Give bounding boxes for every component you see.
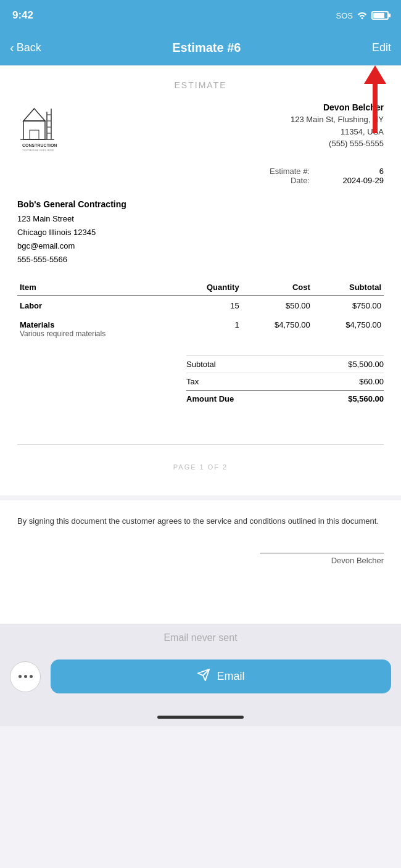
home-indicator	[0, 711, 401, 726]
sos-indicator: SOS	[336, 11, 353, 20]
document-page1: ESTIMATE CONSTRUCTION YOU TAGLINE GOES H…	[0, 65, 401, 495]
more-dots-icon	[19, 675, 33, 678]
back-label: Back	[17, 41, 41, 54]
item-name-cell: Labor	[17, 296, 176, 316]
email-status-bar: Email never sent	[0, 624, 401, 652]
company-logo: CONSTRUCTION YOU TAGLINE GOES HERE	[17, 102, 97, 154]
email-button[interactable]: Email	[51, 659, 391, 693]
edit-button[interactable]: Edit	[372, 41, 391, 54]
send-icon	[197, 668, 210, 685]
line-items-table: Item Quantity Cost Subtotal Labor 15 $50…	[17, 279, 384, 343]
document-page2: By signing this document the customer ag…	[0, 500, 401, 624]
estimate-meta: Estimate #: 6 Date: 2024-09-29	[17, 167, 384, 185]
client-info: Bob's General Contracting 123 Main Stree…	[17, 197, 384, 267]
back-button[interactable]: ‹ Back	[10, 41, 41, 55]
item-quantity-cell: 15	[176, 296, 241, 316]
subtotal-value: $5,500.00	[348, 360, 384, 369]
col-header-subtotal: Subtotal	[313, 279, 384, 296]
table-row: Materials Various required materials 1 $…	[17, 315, 384, 343]
col-header-quantity: Quantity	[176, 279, 241, 296]
signature-line	[260, 553, 384, 553]
svg-marker-1	[23, 109, 45, 121]
home-bar	[157, 716, 244, 719]
recipient-phone: (555) 555-5555	[291, 138, 384, 150]
totals-section: Subtotal $5,500.00 Tax $60.00 Amount Due…	[186, 355, 384, 407]
item-subtotal-cell: $4,750.00	[313, 315, 384, 343]
signature-name: Devon Belcher	[17, 556, 384, 565]
amount-due-value: $5,560.00	[348, 394, 384, 403]
bottom-actions: Email	[0, 652, 401, 711]
estimate-date-row: Date: 2024-09-29	[291, 176, 384, 185]
estimate-number-row: Estimate #: 6	[270, 167, 384, 176]
wifi-icon	[357, 10, 368, 21]
client-address2: Chicago Illinois 12345	[17, 226, 384, 239]
document-header: CONSTRUCTION YOU TAGLINE GOES HERE Devon…	[17, 102, 384, 154]
page-indicator: PAGE 1 OF 2	[17, 444, 384, 481]
email-button-label: Email	[217, 670, 244, 683]
col-header-item: Item	[17, 279, 176, 296]
nav-bar: ‹ Back Estimate #6 Edit	[0, 31, 401, 65]
estimate-number-label: Estimate #:	[270, 167, 310, 176]
client-phone: 555-555-5566	[17, 253, 384, 267]
amount-due-label: Amount Due	[186, 394, 234, 403]
back-chevron-icon: ‹	[10, 41, 14, 55]
tax-label: Tax	[186, 377, 199, 386]
client-address1: 123 Main Street	[17, 212, 384, 226]
svg-text:CONSTRUCTION: CONSTRUCTION	[22, 143, 57, 147]
signing-text: By signing this document the customer ag…	[17, 515, 384, 528]
status-icons: SOS	[336, 10, 389, 21]
subtotal-row: Subtotal $5,500.00	[186, 355, 384, 373]
tax-value: $60.00	[359, 377, 384, 386]
estimate-date-value: 2024-09-29	[334, 176, 384, 185]
item-cost-cell: $50.00	[242, 296, 313, 316]
item-quantity-cell: 1	[176, 315, 241, 343]
item-subtotal-cell: $750.00	[313, 296, 384, 316]
more-button[interactable]	[10, 661, 41, 692]
status-time: 9:42	[12, 9, 33, 22]
item-name-cell: Materials Various required materials	[17, 315, 176, 343]
col-header-cost: Cost	[242, 279, 313, 296]
estimate-title: ESTIMATE	[17, 80, 384, 90]
status-bar: 9:42 SOS	[0, 0, 401, 31]
svg-text:YOU TAGLINE GOES HERE: YOU TAGLINE GOES HERE	[22, 149, 54, 152]
table-row: Labor 15 $50.00 $750.00	[17, 296, 384, 316]
amount-due-row: Amount Due $5,560.00	[186, 390, 384, 407]
estimate-date-label: Date:	[291, 176, 310, 185]
item-cost-cell: $4,750.00	[242, 315, 313, 343]
battery-icon	[371, 11, 389, 20]
email-status-text: Email never sent	[163, 632, 237, 643]
subtotal-label: Subtotal	[186, 360, 216, 369]
estimate-number-value: 6	[334, 167, 384, 176]
tax-row: Tax $60.00	[186, 373, 384, 390]
svg-rect-2	[30, 130, 39, 139]
annotation-arrow	[364, 65, 386, 133]
nav-title: Estimate #6	[172, 41, 241, 55]
client-email: bgc@email.com	[17, 239, 384, 253]
client-name: Bob's General Contracting	[17, 197, 384, 212]
